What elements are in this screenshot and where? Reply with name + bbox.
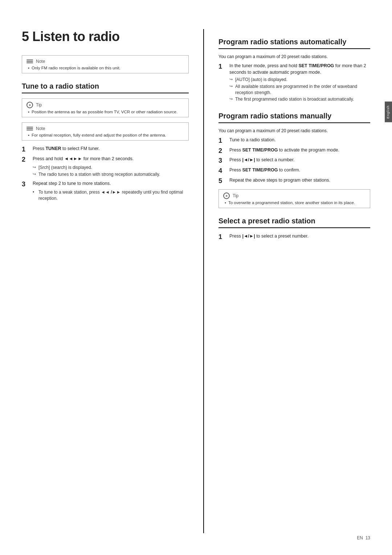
note-label-1: Note	[36, 59, 45, 64]
preset-step-num-1: 1	[219, 233, 226, 241]
sub-item: [AUTO] (auto) is displayed.	[229, 77, 370, 83]
chapter-name: Listen to radio	[32, 29, 120, 44]
manual-step-num-1: 1	[219, 137, 226, 145]
auto-section-title: Program radio stations automatically	[219, 38, 370, 49]
step-num-3: 3	[22, 181, 30, 189]
note-box-2: Note For optimal reception, fully extend…	[22, 122, 189, 141]
note-header-2: Note	[26, 126, 184, 131]
footer-en: EN	[357, 535, 363, 540]
manual-step-1: 1 Tune to a radio station.	[219, 137, 370, 145]
tip-header-1: ✶ Tip	[26, 102, 184, 108]
step-2-subs: [Srch] (search) is displayed. The radio …	[33, 165, 189, 178]
chapter-number: 5	[22, 29, 29, 44]
manual-step-4: 4 Press SET TIME/PROG to confirm.	[219, 167, 370, 175]
tip-label-1: Tip	[36, 102, 42, 108]
page-footer: EN 13	[357, 535, 370, 540]
auto-step-num-1: 1	[219, 63, 226, 71]
manual-step-5: 5 Repeat the above steps to program othe…	[219, 177, 370, 185]
tune-step-2: 2 Press and hold ◄◄►► for more than 2 se…	[22, 156, 189, 178]
tip-box-manual: ✶ Tip To overwrite a programmed station,…	[219, 189, 370, 208]
step-num-1: 1	[22, 146, 30, 154]
page-number: 13	[366, 535, 370, 540]
left-column: 5 Listen to radio Note Only FM radio rec…	[22, 29, 189, 533]
content: 5 Listen to radio Note Only FM radio rec…	[22, 29, 370, 533]
manual-step-text-2: Press SET TIME/PROG to activate the prog…	[229, 147, 370, 154]
preset-section-title: Select a preset radio station	[219, 217, 370, 228]
note-item: For optimal reception, fully extend and …	[28, 133, 184, 137]
chapter-title: 5 Listen to radio	[22, 29, 189, 44]
manual-step-num-4: 4	[219, 167, 226, 175]
note-item: Only FM radio reception is available on …	[28, 66, 184, 70]
manual-step-num-2: 2	[219, 147, 226, 155]
sub-item: The first programmed radio station is br…	[229, 96, 370, 102]
manual-step-text-5: Repeat the above steps to program other …	[229, 177, 370, 184]
note-header-1: Note	[26, 58, 184, 64]
manual-intro: You can program a maximum of 20 preset r…	[219, 128, 370, 133]
bullet-item: To tune to a weak station, press ◄◄ /►► …	[33, 189, 189, 202]
manual-steps-list: 1 Tune to a radio station. 2 Press SET T…	[219, 137, 370, 185]
tip-content-1: Position the antenna as far as possible …	[26, 110, 184, 114]
note-label-2: Note	[36, 126, 45, 131]
note-icon-1	[26, 58, 33, 64]
manual-step-3: 3 Press |◄/►| to select a number.	[219, 157, 370, 165]
tune-step-3: 3 Repeat step 2 to tune to more stations…	[22, 181, 189, 202]
sub-item: [Srch] (search) is displayed.	[33, 165, 189, 171]
tip-icon-1: ✶	[26, 102, 33, 108]
tip-item: To overwrite a programmed station, store…	[225, 200, 366, 205]
sub-item: All available stations are programmed in…	[229, 84, 370, 96]
note-content-2: For optimal reception, fully extend and …	[26, 133, 184, 137]
page: English 5 Listen to radio Note Only FM r…	[0, 0, 392, 555]
manual-step-text-3: Press |◄/►| to select a number.	[229, 157, 370, 163]
step-3-bullets: To tune to a weak station, press ◄◄ /►► …	[33, 189, 189, 202]
note-box-1: Note Only FM radio reception is availabl…	[22, 55, 189, 73]
tip-box-1: ✶ Tip Position the antenna as far as pos…	[22, 98, 189, 117]
preset-step-1: 1 Press |◄/►| to select a preset number.	[219, 233, 370, 241]
tip-label-manual: Tip	[233, 193, 238, 198]
preset-step-text-1: Press |◄/►| to select a preset number.	[229, 233, 370, 240]
step-num-2: 2	[22, 156, 30, 164]
auto-steps-list: 1 In the tuner mode, press and hold SET …	[219, 63, 370, 103]
auto-intro: You can program a maximum of 20 preset r…	[219, 54, 370, 59]
step-text-3: Repeat step 2 to tune to more stations.	[33, 181, 189, 187]
tip-item: Position the antenna as far as possible …	[28, 110, 184, 114]
note-icon-2	[26, 126, 33, 131]
manual-step-2: 2 Press SET TIME/PROG to activate the pr…	[219, 147, 370, 155]
manual-step-num-5: 5	[219, 177, 226, 185]
manual-step-text-1: Tune to a radio station.	[229, 137, 370, 143]
manual-step-text-4: Press SET TIME/PROG to confirm.	[229, 167, 370, 174]
right-column: Program radio stations automatically You…	[203, 29, 370, 533]
tip-icon-manual: ✶	[223, 193, 230, 199]
tip-header-manual: ✶ Tip	[223, 193, 366, 199]
tip-content-manual: To overwrite a programmed station, store…	[223, 200, 366, 205]
preset-steps-list: 1 Press |◄/►| to select a preset number.	[219, 233, 370, 241]
manual-step-num-3: 3	[219, 157, 226, 165]
side-tab: English	[385, 102, 392, 122]
step-text-1: Press TUNER to select FM tuner.	[33, 146, 189, 152]
auto-step-text-1: In the tuner mode, press and hold SET TI…	[229, 63, 370, 76]
step-text-2: Press and hold ◄◄►► for more than 2 seco…	[33, 156, 189, 162]
sub-item: The radio tunes to a station with strong…	[33, 171, 189, 178]
auto-step-1: 1 In the tuner mode, press and hold SET …	[219, 63, 370, 103]
tune-section-title: Tune to a radio station	[22, 82, 189, 93]
manual-section-title: Program radio stations manually	[219, 112, 370, 123]
note-content-1: Only FM radio reception is available on …	[26, 66, 184, 70]
auto-step-1-subs: [AUTO] (auto) is displayed. All availabl…	[229, 77, 370, 103]
tune-steps-list: 1 Press TUNER to select FM tuner. 2 Pres…	[22, 146, 189, 202]
tune-step-1: 1 Press TUNER to select FM tuner.	[22, 146, 189, 154]
